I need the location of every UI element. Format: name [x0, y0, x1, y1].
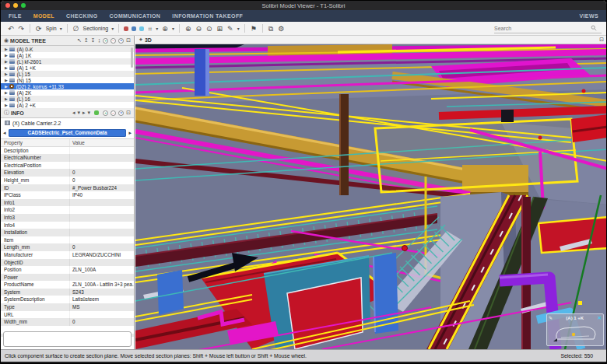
tree-item[interactable]: ▶(L) kf-2601 [1, 58, 134, 65]
property-row[interactable]: SystemDescriptionLatisüsteem [1, 296, 134, 303]
expander-icon[interactable]: ▶ [5, 53, 8, 58]
property-row[interactable]: Elevation0 [1, 169, 134, 177]
next-item-icon[interactable]: ▸ [82, 110, 86, 116]
property-row[interactable]: URL [1, 311, 134, 319]
tree-item[interactable]: ▶(A) 2K [1, 89, 134, 96]
tree-item[interactable]: ▶(A) 2 +K [1, 102, 134, 108]
link-icon[interactable]: ⌗ [146, 25, 154, 33]
tree-item[interactable]: ▶(D2) 2. korrus +11,33 [1, 83, 134, 89]
select-arrow-icon[interactable]: ↖ [77, 37, 82, 44]
transparent-lens-icon[interactable]: = [118, 38, 124, 44]
property-row[interactable]: Installation [1, 229, 134, 236]
next-caret-icon[interactable]: ▾ [88, 110, 91, 116]
pset-tab[interactable]: CADSElectric_Pset_CommonData [9, 129, 127, 137]
expander-icon[interactable]: ▶ [5, 65, 8, 70]
property-row[interactable]: Info2 [1, 206, 134, 214]
expander-icon[interactable]: ▶ [5, 90, 8, 95]
expander-icon[interactable]: ▶ [5, 59, 8, 64]
property-row[interactable]: ID#_Power Busbar224 [1, 184, 134, 192]
search-icon[interactable] [591, 25, 597, 31]
menu-item-model[interactable]: MODEL [33, 13, 54, 19]
menu-item-information-takeoff[interactable]: INFORMATION TAKEOFF [172, 13, 243, 19]
property-row[interactable]: TypeMS [1, 303, 134, 311]
paint-red-icon[interactable] [124, 26, 128, 31]
property-row[interactable]: ElectricalPosition [1, 162, 134, 170]
prev-caret-icon[interactable]: ▾ [78, 110, 81, 116]
add-view-icon[interactable]: ⊕ [160, 25, 170, 33]
detach-panel-icon[interactable]: ⊡ [599, 37, 604, 43]
prev-item-icon[interactable]: ◂ [72, 110, 75, 116]
show-lens-icon[interactable]: + [103, 110, 108, 116]
expander-icon[interactable]: ▶ [5, 84, 8, 89]
zoom-in-icon[interactable]: ⊕ [183, 25, 194, 33]
column-property[interactable]: Property [1, 139, 69, 146]
paint-cyan-icon[interactable] [139, 26, 144, 31]
column-value[interactable]: Value [69, 139, 134, 146]
pset-prev-icon[interactable]: ◂ [3, 130, 6, 136]
zoom-fit-icon[interactable]: ⊙ [204, 25, 215, 33]
paint-blue-icon[interactable] [132, 26, 136, 31]
property-row[interactable]: Height_mm0 [1, 177, 134, 184]
show-lens-icon[interactable]: + [103, 38, 108, 44]
zoom-window-icon[interactable]: ⊞ [215, 25, 226, 33]
sectioning-icon[interactable]: ∅ [71, 25, 82, 33]
measure-icon[interactable]: ✎ [225, 25, 236, 33]
tree-item[interactable]: ▶(A) 1 +K [1, 65, 134, 71]
property-row[interactable]: Item [1, 236, 134, 244]
viewport-3d[interactable]: ✎ (A) 1 +K ✕ [135, 44, 607, 349]
expander-icon[interactable]: ▶ [5, 78, 8, 82]
tree-item[interactable]: ▶(A) 1K [1, 52, 134, 58]
floor-plan-overlay[interactable]: ✎ (A) 1 +K ✕ [546, 313, 604, 346]
menu-item-checking[interactable]: CHECKING [66, 13, 98, 19]
property-row[interactable]: PositionZLN_100A [1, 266, 134, 274]
select-down-icon[interactable]: ↧ [91, 37, 96, 44]
property-row[interactable]: Width_mm0 [1, 318, 134, 326]
tab-3d[interactable]: ⌖ 3D [139, 37, 152, 43]
property-row[interactable]: IPClassIP40 [1, 191, 134, 199]
zoom-out-icon[interactable]: ⊖ [193, 25, 204, 33]
spin-button[interactable]: Spin [44, 26, 58, 31]
property-row[interactable]: Info3 [1, 214, 134, 222]
menu-item-file[interactable]: FILE [9, 13, 22, 19]
property-row[interactable]: Description [1, 147, 134, 155]
hide-lens-icon[interactable]: − [111, 110, 116, 116]
property-row[interactable]: SystemS243 [1, 289, 134, 296]
spin-caret-icon[interactable]: ▾ [58, 26, 64, 31]
tree-item[interactable]: ▶(L) 16 [1, 96, 134, 102]
sectioning-caret-icon[interactable]: ▾ [110, 26, 115, 31]
select-both-icon[interactable]: ↨ [98, 37, 101, 44]
menu-views[interactable]: VIEWS [579, 13, 598, 19]
property-row[interactable]: ProductNameZLN_100A - Lattlin 3+3 pea... [1, 281, 134, 289]
detach-panel-icon[interactable]: ⊡ [126, 110, 131, 116]
search-input[interactable] [494, 26, 591, 31]
tree-scrollbar[interactable] [131, 47, 133, 68]
property-row[interactable]: ManufacturerLEGRAND/ZUCCHINI [1, 251, 134, 259]
tree-item[interactable]: ▶(L) 15 [1, 71, 134, 77]
redo-icon[interactable]: ↷ [16, 25, 27, 33]
undo-icon[interactable]: ↶ [5, 25, 16, 33]
property-row[interactable]: Length_mm0 [1, 243, 134, 251]
menu-item-communication[interactable]: COMMUNICATION [110, 13, 161, 19]
expander-icon[interactable]: ▶ [5, 47, 8, 51]
overlay-close-icon[interactable]: ✕ [598, 315, 602, 321]
hide-lens-icon[interactable]: − [111, 38, 116, 44]
markup-icon[interactable]: ⚑ [248, 25, 259, 33]
select-up-icon[interactable]: ↥ [84, 37, 89, 44]
spin-icon[interactable]: ⟳ [33, 25, 44, 33]
property-row[interactable]: Power [1, 274, 134, 282]
pset-next-icon[interactable]: ▸ [128, 130, 132, 136]
transparent-lens-icon[interactable]: = [118, 110, 124, 116]
property-row[interactable]: Info4 [1, 222, 134, 229]
expander-icon[interactable]: ▶ [5, 103, 8, 107]
tree-item[interactable]: ▶(N) 15 [1, 77, 134, 83]
property-row[interactable]: ObjectID [1, 259, 134, 267]
property-row[interactable]: Info1 [1, 199, 134, 207]
settings-icon[interactable]: ⚙ [275, 25, 286, 33]
expander-icon[interactable]: ▶ [5, 72, 8, 76]
sectioning-button[interactable]: Sectioning [82, 26, 111, 31]
paint-caret-icon[interactable]: ▾ [154, 26, 160, 31]
tree-item[interactable]: ▶(A) 0-K [1, 46, 134, 52]
add-view-caret-icon[interactable]: ▾ [170, 26, 176, 31]
measure-caret-icon[interactable]: ▾ [236, 26, 241, 31]
detach-panel-icon[interactable]: ⊡ [126, 37, 131, 44]
